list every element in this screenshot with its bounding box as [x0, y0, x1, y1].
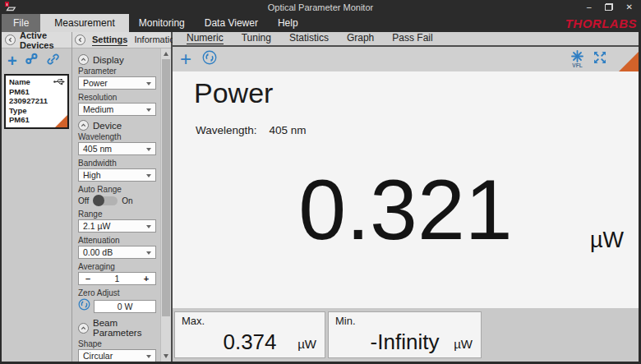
resize-corner[interactable] [619, 52, 639, 71]
toggle-knob [93, 195, 104, 206]
collapse-device-icon[interactable] [78, 120, 89, 131]
settings-panel: Settings Information Display Parameter P… [72, 32, 173, 362]
shape-label: Shape [78, 339, 156, 348]
collapse-display-icon[interactable] [78, 54, 89, 65]
tab-graph[interactable]: Graph [338, 32, 383, 45]
auto-range-toggle[interactable] [93, 196, 118, 205]
toggle-on-label: On [122, 196, 132, 205]
zero-adjust-icon[interactable] [78, 298, 90, 314]
stats-strip: Max. 0.374 µW Min. -Infinity µW [173, 308, 639, 362]
main-toolbar: + [173, 47, 639, 71]
minimize-button[interactable]: – [587, 3, 592, 12]
menu-file[interactable]: File [2, 14, 40, 32]
menu-monitoring[interactable]: Monitoring [129, 14, 195, 32]
min-label: Min. [335, 315, 356, 327]
window-title: Optical Parameter Monitor [0, 2, 641, 12]
settings-scrollbar[interactable] [160, 48, 171, 362]
device-section-header[interactable]: Device [78, 120, 156, 131]
averaging-value[interactable]: 1 [97, 274, 137, 283]
averaging-label: Averaging [78, 262, 156, 271]
menu-help[interactable]: Help [268, 14, 308, 32]
main-area: Numeric Tuning Statistics Graph Pass Fai… [173, 32, 639, 362]
range-label: Range [78, 210, 156, 219]
connect-device-icon[interactable] [25, 53, 39, 68]
device-card[interactable]: Name PM61 230927211 Type PM61 [4, 74, 69, 129]
menu-measurement[interactable]: Measurement [40, 14, 128, 32]
tab-numeric[interactable]: Numeric [178, 32, 233, 45]
active-devices-header: Active Devices [2, 32, 71, 48]
active-devices-title: Active Devices [20, 30, 68, 50]
wavelength-readout: Wavelength: 405 nm [196, 124, 307, 136]
link-device-icon[interactable] [46, 53, 60, 68]
chevron-down-icon [146, 355, 151, 358]
devices-toolbar: + [2, 48, 71, 71]
tab-settings[interactable]: Settings [92, 35, 127, 46]
zero-adjust-label: Zero Adjust [78, 288, 156, 297]
wavelength-dropdown[interactable]: 405 nm [78, 142, 156, 155]
resolution-dropdown[interactable]: Medium [78, 103, 156, 116]
thorlabs-logo: THORLABS [565, 16, 637, 30]
restore-button[interactable] [605, 3, 613, 11]
resolution-label: Resolution [78, 93, 156, 102]
scroll-down-icon[interactable] [164, 354, 168, 358]
sync-icon[interactable] [202, 50, 217, 68]
numeric-display-panel: Power Wavelength: 405 nm 0.321 µW [173, 71, 639, 308]
measurement-title: Power [194, 77, 273, 109]
min-unit: µW [454, 337, 473, 351]
tab-tuning[interactable]: Tuning [233, 32, 280, 45]
min-box: Min. -Infinity µW [328, 311, 482, 358]
tab-statistics[interactable]: Statistics [280, 32, 338, 45]
zero-adjust-field[interactable]: 0 W [94, 300, 156, 313]
max-unit: µW [297, 337, 316, 351]
chevron-down-icon [146, 108, 151, 112]
active-devices-panel: Active Devices + [2, 32, 72, 362]
averaging-increment-button[interactable]: + [137, 274, 155, 283]
menu-data-viewer[interactable]: Data Viewer [195, 14, 268, 32]
attenuation-label: Attenuation [78, 236, 156, 245]
close-button[interactable]: ✕ [626, 3, 633, 12]
device-card-corner [55, 115, 67, 127]
attenuation-dropdown[interactable]: 0.00 dB [78, 246, 156, 259]
scroll-up-icon[interactable] [164, 52, 168, 56]
wavelength-readout-label: Wavelength: [196, 124, 257, 136]
add-measurement-icon[interactable]: + [180, 51, 191, 67]
vfl-label: VFL [572, 63, 582, 68]
tab-pass-fail[interactable]: Pass Fail [383, 32, 441, 45]
bandwidth-label: Bandwidth [78, 159, 156, 168]
fullscreen-icon[interactable] [593, 51, 606, 67]
collapse-devices-icon[interactable] [5, 35, 16, 45]
wavelength-readout-value: 405 nm [270, 124, 307, 136]
shape-dropdown[interactable]: Circular [78, 349, 156, 362]
main-tab-bar: Numeric Tuning Statistics Graph Pass Fai… [173, 32, 639, 47]
device-name-value: PM61 230927211 [9, 87, 64, 106]
add-device-icon[interactable]: + [7, 54, 17, 67]
settings-tab-bar: Settings Information [72, 32, 171, 48]
title-bar: Optical Parameter Monitor – ✕ [0, 0, 641, 14]
usb-icon [53, 77, 65, 89]
menu-bar: File Measurement Monitoring Data Viewer … [0, 14, 641, 32]
collapse-beam-icon[interactable] [78, 323, 89, 334]
app-window: Optical Parameter Monitor – ✕ File Measu… [0, 0, 641, 364]
wavelength-label: Wavelength [78, 132, 156, 141]
bandwidth-dropdown[interactable]: High [78, 168, 156, 182]
chevron-down-icon [146, 174, 151, 177]
auto-range-label: Auto Range [78, 185, 156, 194]
settings-body: Display Parameter Power Resolution Mediu… [72, 48, 160, 362]
beam-parameters-section-header[interactable]: Beam Parameters [78, 318, 156, 338]
measurement-value: 0.321 [173, 167, 639, 252]
display-section-header[interactable]: Display [78, 54, 156, 65]
range-dropdown[interactable]: 2.1 µW [78, 219, 156, 233]
scrollbar-thumb[interactable] [162, 59, 170, 316]
collapse-settings-icon[interactable] [75, 35, 85, 45]
chevron-down-icon [146, 225, 151, 228]
measurement-unit: µW [590, 228, 624, 253]
toggle-off-label: Off [78, 196, 89, 205]
device-type-label: Type [9, 106, 64, 116]
chevron-down-icon [146, 251, 151, 255]
parameter-dropdown[interactable]: Power [78, 76, 156, 90]
averaging-decrement-button[interactable]: – [79, 274, 97, 283]
averaging-stepper: – 1 + [78, 272, 156, 285]
max-label: Max. [182, 315, 205, 327]
max-box: Max. 0.374 µW [174, 311, 325, 358]
vfl-button[interactable]: VFL [571, 50, 583, 68]
